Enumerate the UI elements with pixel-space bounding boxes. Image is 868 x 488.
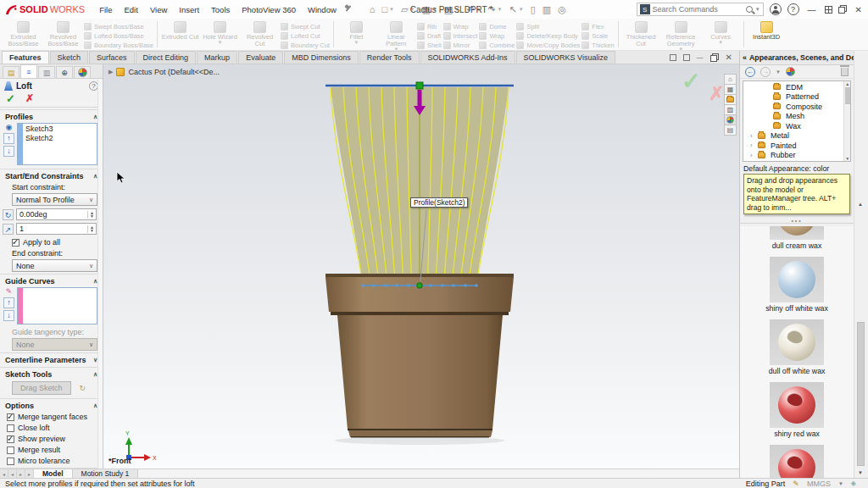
- tab-solidworks-visualize[interactable]: SOLIDWORKS Visualize: [516, 51, 615, 64]
- ribbon-button-rib[interactable]: Rib: [417, 22, 442, 30]
- draft-angle-input[interactable]: 0.00deg ▲▼: [16, 208, 97, 220]
- ribbon-button-combine[interactable]: Combine: [479, 41, 515, 49]
- option-row[interactable]: Merge tangent faces: [0, 411, 103, 422]
- tree-item[interactable]: › Painted: [743, 141, 843, 151]
- ribbon-button-mirror[interactable]: Mirror: [443, 41, 478, 49]
- menu-view[interactable]: View: [144, 3, 173, 16]
- restore-button[interactable]: [838, 5, 847, 14]
- tab-last-icon[interactable]: ▸: [25, 469, 34, 478]
- minimize-button[interactable]: —: [805, 5, 819, 14]
- apply-to-all-row[interactable]: Apply to all: [0, 236, 103, 247]
- menu-photoview-360[interactable]: PhotoView 360: [236, 3, 302, 16]
- tab-property-manager[interactable]: ≡: [20, 64, 37, 78]
- option-checkbox[interactable]: [7, 458, 14, 465]
- ribbon-button-fillet[interactable]: Fillet▼: [337, 19, 376, 49]
- user-account-icon[interactable]: [770, 3, 782, 15]
- tab-mbd-dimensions[interactable]: MBD Dimensions: [284, 51, 359, 64]
- centerline-section-header[interactable]: Centerline Parameters∨: [0, 352, 103, 365]
- tab-first-icon[interactable]: ◂: [0, 469, 8, 478]
- scroll-down-icon[interactable]: ▼: [858, 470, 863, 475]
- ribbon-button-lofted-boss-base[interactable]: Lofted Boss/Base: [84, 31, 153, 40]
- confirmation-cancel-icon[interactable]: ✗: [709, 83, 724, 105]
- end-constraint-dropdown[interactable]: None∨: [12, 259, 97, 272]
- ribbon-button-wrap[interactable]: Wrap: [479, 31, 515, 40]
- sketch-tools-section-header[interactable]: Sketch Tools∧: [0, 367, 103, 380]
- collapse-panel-icon[interactable]: «: [743, 53, 747, 62]
- menu-file[interactable]: File: [93, 3, 118, 16]
- menu-tools[interactable]: Tools: [205, 3, 236, 16]
- ribbon-button-intersect[interactable]: Intersect: [443, 31, 478, 40]
- ribbon-button-move-copy-bodies[interactable]: Move/Copy Bodies: [516, 41, 580, 49]
- doc-close-button[interactable]: ✕: [726, 53, 732, 62]
- tab-render-tools[interactable]: Render Tools: [359, 51, 420, 64]
- back-button[interactable]: ←: [745, 67, 755, 77]
- option-row[interactable]: Micro tolerance: [0, 455, 103, 466]
- ribbon-button-hole-wizard[interactable]: Hole Wizard▼: [201, 19, 239, 49]
- tree-scrollbar[interactable]: ▲ ▼: [843, 81, 850, 161]
- tab-next-icon[interactable]: ▸: [17, 469, 25, 478]
- appearance-preview[interactable]: [770, 257, 824, 302]
- qat-new-document[interactable]: □ ▼: [378, 3, 398, 15]
- ribbon-button-delete-keep-body[interactable]: Delete/Keep Body: [516, 31, 580, 40]
- ribbon-button-lofted-cut[interactable]: Lofted Cut: [281, 31, 330, 40]
- constraints-section-header[interactable]: Start/End Constraints∧: [0, 169, 103, 181]
- move-up-button[interactable]: ↑: [3, 133, 14, 144]
- tab-configuration-manager[interactable]: ▥: [38, 66, 55, 78]
- ribbon-button-extruded-cut[interactable]: Extruded Cut: [161, 19, 199, 49]
- ribbon-button-swept-cut[interactable]: Swept Cut: [281, 22, 330, 30]
- thin-feature-section-header[interactable]: Thin Feature ∨: [0, 468, 103, 469]
- ribbon-button-wrap[interactable]: Wrap: [443, 22, 478, 30]
- tab-evaluate[interactable]: Evaluate: [238, 51, 283, 64]
- guide-curves-section-header[interactable]: Guide Curves∧: [0, 274, 103, 286]
- ribbon-button-thicken[interactable]: Thicken: [581, 41, 614, 49]
- menu-window[interactable]: Window: [302, 3, 342, 16]
- units-caret-icon[interactable]: ▼: [838, 481, 843, 486]
- appearance-preview[interactable]: [770, 226, 824, 240]
- ribbon-button-shell[interactable]: Shell: [417, 41, 442, 49]
- help-icon[interactable]: ?: [787, 3, 799, 15]
- option-row[interactable]: Show preview: [0, 433, 103, 444]
- search-input[interactable]: [653, 5, 743, 14]
- ribbon-button-swept-boss-base[interactable]: Swept Boss/Base: [84, 22, 153, 30]
- move-down-button[interactable]: ↓: [3, 310, 14, 321]
- spinner-arrows[interactable]: ▲▼: [87, 211, 96, 219]
- tag-icon[interactable]: ◈: [851, 480, 856, 487]
- tab-sketch[interactable]: Sketch: [50, 51, 89, 64]
- expand-arrow-icon[interactable]: ▶: [108, 69, 113, 75]
- scroll-thumb[interactable]: [857, 322, 865, 466]
- tab-display-manager[interactable]: [74, 66, 91, 78]
- tree-item[interactable]: › Mesh: [743, 112, 843, 122]
- doc-prev-icon[interactable]: [670, 54, 676, 61]
- tab-solidworks-add-ins[interactable]: SOLIDWORKS Add-Ins: [420, 51, 515, 64]
- profile-list-item[interactable]: Sketch2: [25, 134, 94, 143]
- appearance-thumbnail[interactable]: shiny off white wax: [765, 257, 828, 313]
- appearance-thumbnail[interactable]: shiny red wax: [770, 382, 824, 438]
- spinner-arrows[interactable]: ▲▼: [87, 225, 96, 233]
- cancel-button[interactable]: ✗: [25, 93, 34, 104]
- breadcrumb[interactable]: ▶ Cactus Pot (Default<<De...: [108, 68, 220, 76]
- qat-home[interactable]: ⌂ ▼: [366, 3, 379, 15]
- ribbon-button-revolved-boss-base[interactable]: Revolved Boss/Base: [44, 19, 82, 49]
- search-caret-icon[interactable]: ▼: [755, 7, 760, 12]
- guide-curves-selection-box[interactable]: [17, 287, 97, 324]
- pin-menu-icon[interactable]: [344, 5, 353, 14]
- tree-item[interactable]: › EDM: [743, 82, 843, 92]
- qat-select[interactable]: ↖ ▼: [506, 3, 527, 16]
- start-constraint-dropdown[interactable]: Normal To Profile∨: [12, 193, 97, 206]
- apply-to-all-checkbox[interactable]: [12, 239, 19, 247]
- option-row[interactable]: Close loft: [0, 422, 103, 433]
- appearance-thumbnail[interactable]: dull cream wax: [770, 226, 824, 250]
- appearances-home-icon[interactable]: [786, 67, 795, 76]
- search-commands-box[interactable]: S ▼: [637, 3, 764, 16]
- viewport-3d[interactable]: Y X ▶ Cactus Pot (Default<<De... Profile…: [103, 64, 739, 469]
- bottom-center-vertex[interactable]: [417, 283, 422, 288]
- expander-icon[interactable]: ›: [750, 141, 755, 149]
- model-tab[interactable]: Model: [34, 469, 73, 478]
- ok-button[interactable]: ✓: [6, 93, 15, 104]
- pm-scrollbar[interactable]: [97, 80, 103, 469]
- task-pane-scrollbar[interactable]: ▲ ▼: [854, 51, 868, 478]
- ribbon-button-thickened-cut[interactable]: Thickened Cut: [622, 19, 660, 49]
- ribbon-button-dome[interactable]: Dome: [479, 22, 515, 30]
- tree-item[interactable]: › Wax: [743, 121, 843, 131]
- interface-grid-button[interactable]: [825, 6, 832, 14]
